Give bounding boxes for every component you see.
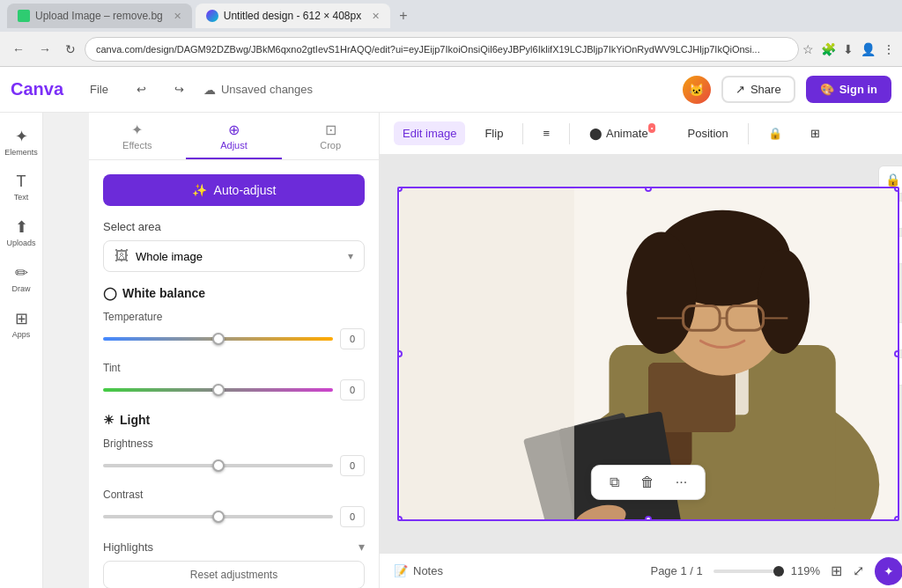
- magic-icon: ✦: [884, 564, 894, 578]
- download-button[interactable]: ⬇: [843, 42, 854, 56]
- animate-icon: ⬤: [589, 127, 603, 140]
- more-icon: ···: [676, 474, 687, 489]
- redo-button[interactable]: ↪: [166, 77, 193, 101]
- handle-middle-right[interactable]: [894, 350, 899, 357]
- brightness-thumb[interactable]: [212, 459, 225, 472]
- lock-button[interactable]: 🔒: [759, 121, 791, 145]
- delete-button[interactable]: 🗑: [637, 471, 658, 494]
- flip-button[interactable]: Flip: [476, 121, 512, 145]
- handle-bottom-left[interactable]: [397, 516, 403, 521]
- brightness-track[interactable]: [103, 464, 333, 467]
- tab-remove-bg[interactable]: Upload Image – remove.bg ✕: [7, 4, 192, 28]
- tint-track[interactable]: [103, 388, 333, 392]
- tab-remove-close[interactable]: ✕: [174, 11, 181, 22]
- temperature-track[interactable]: [103, 337, 333, 341]
- auto-adjust-button[interactable]: ✨ Auto-adjust: [103, 174, 365, 206]
- back-button[interactable]: ←: [7, 39, 30, 60]
- flip-label: Flip: [484, 127, 503, 140]
- text-label: Text: [14, 193, 29, 202]
- chevron-down-icon: ▾: [348, 250, 353, 262]
- user-avatar[interactable]: 🐱: [683, 76, 711, 104]
- animate-button[interactable]: ⬤ Animate •: [580, 121, 669, 145]
- crop-tab-icon: ⊡: [325, 121, 336, 138]
- tab-canva[interactable]: Untitled design - 612 × 408px ✕: [196, 4, 390, 28]
- brightness-label: Brightness: [103, 437, 365, 450]
- highlights-toggle[interactable]: ▾: [359, 540, 365, 554]
- temperature-thumb[interactable]: [212, 333, 225, 345]
- bookmark-button[interactable]: ☆: [802, 42, 814, 56]
- copy-icon: ⧉: [610, 474, 619, 489]
- sidebar-item-draw[interactable]: ✏ Draw: [0, 256, 42, 300]
- handle-top-right[interactable]: [894, 187, 899, 192]
- position-label: Position: [687, 127, 728, 140]
- auto-adjust-icon: ✨: [192, 183, 207, 197]
- profile-button[interactable]: 👤: [861, 42, 876, 56]
- contrast-track[interactable]: [103, 515, 333, 518]
- canva-header: Canva File ↩ ↪ ☁ Unsaved changes 🐱 ↗ Sha…: [0, 67, 902, 113]
- svg-point-9: [758, 249, 810, 354]
- browser-chrome: Upload Image – remove.bg ✕ Untitled desi…: [0, 0, 902, 67]
- tint-value[interactable]: 0: [340, 379, 365, 401]
- tab-adjust[interactable]: ⊕ Adjust: [186, 113, 283, 159]
- share-button[interactable]: ↗ Share: [721, 76, 795, 103]
- contrast-thumb[interactable]: [212, 511, 225, 523]
- handle-bottom-right[interactable]: [894, 516, 899, 521]
- handle-bottom-middle[interactable]: [645, 516, 652, 521]
- edit-image-button[interactable]: Edit image: [394, 121, 465, 145]
- select-area-dropdown[interactable]: 🖼 Whole image ▾: [103, 240, 365, 272]
- more-options-button[interactable]: ···: [672, 471, 691, 494]
- menu-button[interactable]: ⋮: [883, 42, 895, 56]
- tint-slider-row: Tint 0: [103, 362, 365, 401]
- canvas-workspace[interactable]: 🔒 ⧉ ⤢ ↻ ↔: [380, 155, 902, 553]
- forward-button[interactable]: →: [33, 39, 56, 60]
- signin-button[interactable]: 🎨 Sign in: [806, 76, 891, 103]
- sidebar-item-text[interactable]: T Text: [0, 165, 42, 209]
- tab-bar: Upload Image – remove.bg ✕ Untitled desi…: [0, 0, 902, 32]
- auto-adjust-label: Auto-adjust: [214, 183, 277, 197]
- main-content: ✦ Effects ⊕ Adjust ⊡ Crop ✨ Auto-adjust: [43, 113, 902, 588]
- white-balance-section: ◯ White balance: [103, 286, 365, 300]
- unsaved-text: Unsaved changes: [221, 83, 313, 96]
- notes-button[interactable]: 📝 Notes: [394, 564, 443, 577]
- sidebar-item-elements[interactable]: ✦ Elements: [0, 120, 42, 164]
- temperature-value[interactable]: 0: [340, 328, 365, 349]
- group-button[interactable]: ⊞: [802, 121, 829, 145]
- canvas-toolbar: Edit image Flip ≡ ⬤ Animate • Position: [380, 113, 902, 155]
- elements-icon: ✦: [15, 127, 28, 146]
- new-tab-button[interactable]: +: [394, 6, 412, 26]
- address-bar[interactable]: canva.com/design/DAGM92DZBwg/JBkM6qxno2g…: [85, 37, 799, 62]
- sidebar-item-apps[interactable]: ⊞ Apps: [0, 302, 42, 346]
- zoom-track[interactable]: [713, 570, 784, 573]
- brightness-value[interactable]: 0: [340, 455, 365, 476]
- address-text: canva.com/design/DAGM92DZBwg/JBkM6qxno2g…: [96, 44, 787, 55]
- position-button[interactable]: Position: [678, 121, 736, 145]
- signin-label: Sign in: [839, 83, 877, 96]
- sidebar-item-uploads[interactable]: ⬆ Uploads: [0, 210, 42, 254]
- remove-favicon: [18, 10, 30, 22]
- extensions-button[interactable]: 🧩: [821, 42, 836, 56]
- magic-button[interactable]: ✦: [875, 557, 902, 585]
- tab-canva-close[interactable]: ✕: [372, 11, 380, 22]
- white-balance-label: White balance: [122, 286, 205, 300]
- separator-1: [522, 123, 523, 144]
- elements-label: Elements: [4, 148, 38, 157]
- apps-icon: ⊞: [15, 309, 28, 328]
- temperature-label: Temperature: [103, 311, 365, 323]
- undo-button[interactable]: ↩: [128, 77, 155, 101]
- file-label: File: [90, 83, 108, 96]
- contrast-value[interactable]: 0: [340, 506, 365, 527]
- reset-adjustments-button[interactable]: Reset adjustments: [103, 561, 365, 588]
- tab-effects[interactable]: ✦ Effects: [89, 113, 186, 159]
- zoom-thumb[interactable]: [773, 566, 784, 577]
- notes-icon: 📝: [394, 564, 408, 577]
- grid-view-button[interactable]: ⊞: [831, 562, 842, 579]
- tab-crop[interactable]: ⊡ Crop: [282, 113, 379, 159]
- refresh-button[interactable]: ↻: [60, 39, 81, 60]
- tint-thumb[interactable]: [212, 384, 225, 396]
- menu-button[interactable]: ≡: [534, 121, 558, 145]
- fullscreen-button[interactable]: ⤢: [853, 562, 864, 579]
- reset-label: Reset adjustments: [190, 569, 277, 581]
- copy-button[interactable]: ⧉: [606, 471, 623, 494]
- canva-icon-small: 🎨: [820, 83, 834, 96]
- file-menu-button[interactable]: File: [81, 77, 117, 101]
